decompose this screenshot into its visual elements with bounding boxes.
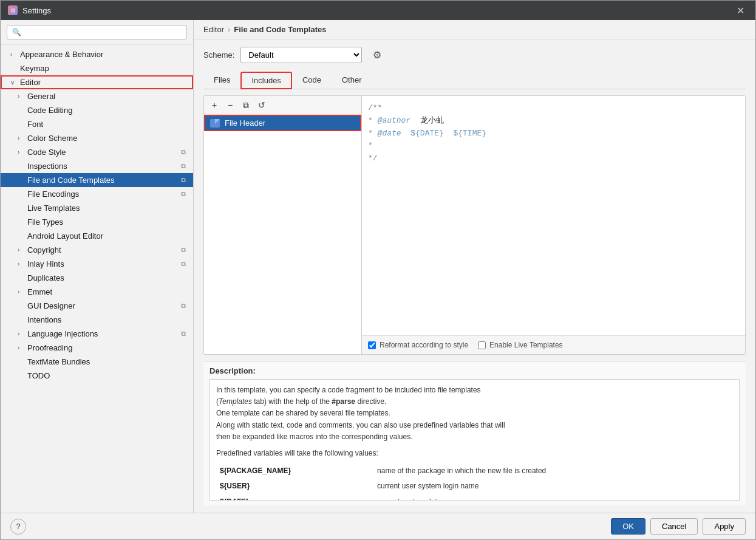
sidebar-item-android-layout-editor[interactable]: Android Layout Editor: [1, 229, 193, 243]
search-bar: [1, 20, 193, 45]
breadcrumb-editor: Editor: [203, 25, 224, 34]
gear-button[interactable]: ⚙: [368, 47, 386, 63]
reformat-checkbox-row: Reformat according to style: [368, 341, 468, 349]
sidebar-item-keymap[interactable]: Keymap: [1, 61, 193, 75]
dialog-body: › Appearance & Behavior Keymap ∨ Editor …: [1, 20, 755, 513]
sidebar-item-general[interactable]: › General: [1, 89, 193, 103]
tab-files[interactable]: Files: [203, 72, 240, 89]
var-row-package: ${PACKAGE_NAME} name of the package in w…: [217, 464, 732, 478]
sidebar-item-label: Copyright: [27, 245, 61, 255]
app-icon: ⚙: [8, 5, 18, 15]
ok-button[interactable]: OK: [611, 518, 645, 535]
description-title: Description:: [209, 366, 740, 375]
sidebar-item-proofreading[interactable]: › Proofreading: [1, 341, 193, 355]
sidebar-item-label: File Encodings: [27, 190, 79, 199]
sidebar-item-label: Language Injections: [27, 329, 98, 338]
close-button[interactable]: ✕: [733, 4, 748, 18]
sidebar-item-duplicates[interactable]: Duplicates: [1, 271, 193, 285]
sidebar-item-todo[interactable]: TODO: [1, 369, 193, 383]
live-templates-checkbox-row: Enable Live Templates: [478, 341, 563, 349]
description-box: In this template, you can specify a code…: [209, 379, 740, 501]
var-desc-package: name of the package in which the new fil…: [375, 464, 732, 478]
search-input[interactable]: [7, 25, 187, 39]
sidebar-item-live-templates[interactable]: Live Templates: [1, 201, 193, 215]
code-line-4: *: [368, 140, 739, 152]
sidebar-item-label: Emmet: [27, 287, 52, 296]
code-editor[interactable]: /** * @author 龙小虬 * @date ${DATE} ${TIME…: [362, 96, 745, 335]
code-line-5: */: [368, 152, 739, 165]
sidebar-item-file-and-code-templates[interactable]: File and Code Templates ⧉: [1, 173, 193, 187]
dialog-title: Settings: [22, 6, 51, 15]
code-comment: /**: [368, 103, 382, 112]
code-annotation: @date: [378, 129, 401, 138]
sidebar-item-textmate-bundles[interactable]: TextMate Bundles: [1, 355, 193, 369]
description-area: Description: In this template, you can s…: [203, 361, 746, 505]
sidebar-item-label: GUI Designer: [27, 301, 75, 310]
sidebar-item-copyright[interactable]: › Copyright ⧉: [1, 243, 193, 257]
sidebar-item-label: Editor: [20, 78, 41, 87]
sidebar-item-language-injections[interactable]: › Language Injections ⧉: [1, 327, 193, 341]
sidebar-item-appearance[interactable]: › Appearance & Behavior: [1, 47, 193, 61]
arrow-icon: ∨: [10, 79, 18, 86]
tab-other[interactable]: Other: [332, 72, 372, 89]
code-comment: */: [368, 154, 378, 163]
reformat-checkbox[interactable]: [368, 341, 376, 349]
add-button[interactable]: +: [208, 98, 221, 112]
desc-para-1: In this template, you can specify a code…: [216, 384, 733, 443]
reset-button[interactable]: ↺: [255, 98, 268, 112]
sidebar-item-inlay-hints[interactable]: › Inlay Hints ⧉: [1, 257, 193, 271]
sidebar-item-file-types[interactable]: File Types: [1, 215, 193, 229]
code-annotation: @author: [378, 116, 411, 125]
cancel-button[interactable]: Cancel: [650, 518, 698, 535]
sidebar-item-emmet[interactable]: › Emmet: [1, 285, 193, 299]
copy-icon: ⧉: [181, 190, 186, 198]
dialog-footer: ? OK Cancel Apply: [1, 513, 755, 539]
code-space: [444, 129, 454, 138]
live-templates-label[interactable]: Enable Live Templates: [489, 341, 563, 349]
var-row-user: ${USER} current user system login name: [217, 479, 732, 493]
code-variable: ${TIME}: [453, 129, 486, 138]
sidebar-item-font[interactable]: Font: [1, 117, 193, 131]
sidebar-item-label: Android Layout Editor: [27, 231, 103, 241]
var-name-user: ${USER}: [217, 479, 373, 493]
sidebar-item-code-style[interactable]: › Code Style ⧉: [1, 145, 193, 159]
copy-button[interactable]: ⧉: [239, 98, 253, 112]
sidebar-item-label: File Types: [27, 217, 63, 227]
remove-button[interactable]: −: [223, 98, 237, 112]
sidebar-item-label: Code Style: [27, 148, 66, 157]
sidebar-item-editor[interactable]: ∨ Editor: [1, 75, 193, 89]
scheme-select[interactable]: Default Project: [240, 47, 362, 63]
code-comment: *: [368, 129, 378, 138]
live-templates-checkbox[interactable]: [478, 341, 486, 349]
code-line-2: * @author 龙小虬: [368, 115, 739, 128]
reformat-label[interactable]: Reformat according to style: [380, 341, 468, 349]
sidebar-item-label: TextMate Bundles: [27, 357, 90, 366]
code-line-1: /**: [368, 102, 739, 115]
sidebar-item-label: Intentions: [27, 315, 61, 324]
content-area: Scheme: Default Project ⚙ Files Includes…: [194, 39, 755, 513]
tab-code[interactable]: Code: [292, 72, 332, 89]
sidebar-item-file-encodings[interactable]: File Encodings ⧉: [1, 187, 193, 201]
arrow-icon: ›: [18, 261, 25, 267]
desc-para-2: Predefined variables will take the follo…: [216, 448, 733, 459]
sidebar-item-inspections[interactable]: Inspections ⧉: [1, 159, 193, 173]
apply-button[interactable]: Apply: [703, 518, 746, 535]
sidebar-item-label: Font: [27, 120, 43, 129]
scheme-row: Scheme: Default Project ⚙: [203, 47, 746, 63]
var-row-date: ${DATE} current system date: [217, 495, 732, 501]
breadcrumb: Editor › File and Code Templates: [194, 20, 755, 39]
sidebar-item-color-scheme[interactable]: › Color Scheme: [1, 131, 193, 145]
arrow-icon: ›: [18, 93, 25, 100]
sidebar-item-label: File and Code Templates: [27, 176, 115, 185]
sidebar-item-gui-designer[interactable]: GUI Designer ⧉: [1, 299, 193, 313]
tab-includes[interactable]: Includes: [240, 72, 291, 89]
copy-icon: ⧉: [181, 330, 186, 338]
sidebar-item-intentions[interactable]: Intentions: [1, 313, 193, 327]
arrow-icon: ›: [18, 289, 25, 295]
arrow-icon: ›: [10, 51, 18, 58]
var-name-package: ${PACKAGE_NAME}: [217, 464, 373, 478]
file-item-file-header[interactable]: File Header: [204, 115, 361, 131]
sidebar-item-code-editing[interactable]: Code Editing: [1, 103, 193, 117]
sidebar-item-label: Color Scheme: [27, 134, 77, 143]
help-button[interactable]: ?: [10, 519, 26, 535]
